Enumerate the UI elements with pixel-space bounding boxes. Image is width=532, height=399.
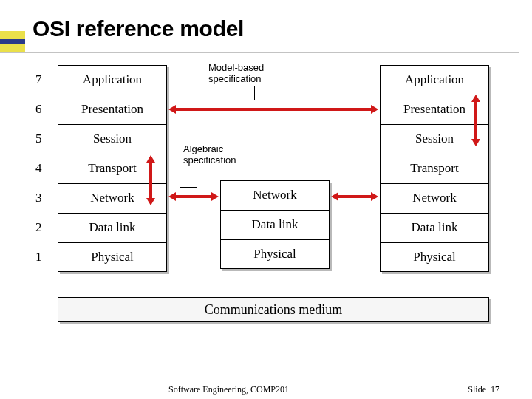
layer-number: 7 — [35, 72, 42, 87]
layer-cell: Transport — [380, 154, 489, 183]
layer-cell: Presentation — [58, 95, 167, 124]
leader-line — [254, 100, 281, 100]
layer-number: 1 — [35, 250, 42, 265]
arrow-network-left — [168, 195, 219, 198]
arrow-vertical-stack-left — [149, 155, 152, 205]
arrow-presentation — [168, 108, 378, 111]
layer-cell: Data link — [58, 213, 167, 242]
layer-number: 2 — [35, 220, 42, 235]
leader-line — [254, 86, 255, 100]
title-rule — [0, 52, 519, 53]
layer-cell: Session — [58, 124, 167, 154]
layer-number: 6 — [35, 102, 42, 117]
slide-label: Slide — [468, 384, 486, 395]
layer-cell: Data link — [380, 213, 489, 242]
arrow-network-right — [331, 195, 378, 198]
footer-course: Software Engineering, COMP201 — [168, 384, 289, 395]
communications-medium: Communications medium — [58, 297, 489, 322]
label-model-based: Model-based specification — [208, 62, 264, 84]
layer-number: 5 — [35, 132, 42, 146]
layer-number: 3 — [35, 191, 42, 205]
layer-number: 4 — [35, 161, 42, 176]
stack-middle: Network Data link Physical — [220, 180, 330, 269]
slide-number: 17 — [491, 384, 499, 395]
layer-cell: Physical — [380, 242, 489, 272]
footer-slide: Slide 17 — [468, 384, 499, 395]
layer-cell: Application — [380, 65, 489, 95]
layer-cell: Network — [220, 180, 330, 210]
accent-bar — [0, 31, 25, 52]
leader-line — [180, 187, 197, 188]
label-algebraic: Algebraic specification — [183, 143, 236, 166]
layer-cell: Physical — [220, 239, 330, 269]
layer-cell: Physical — [58, 242, 167, 272]
leader-line — [197, 168, 197, 187]
page-title: OSI reference model — [33, 16, 244, 41]
layer-cell: Application — [58, 65, 167, 95]
layer-cell: Data link — [220, 210, 330, 239]
osi-diagram: 7 6 5 4 3 2 1 Application Presentation S… — [35, 65, 499, 340]
arrow-vertical-stack-right — [474, 95, 477, 146]
layer-cell: Network — [380, 183, 489, 213]
